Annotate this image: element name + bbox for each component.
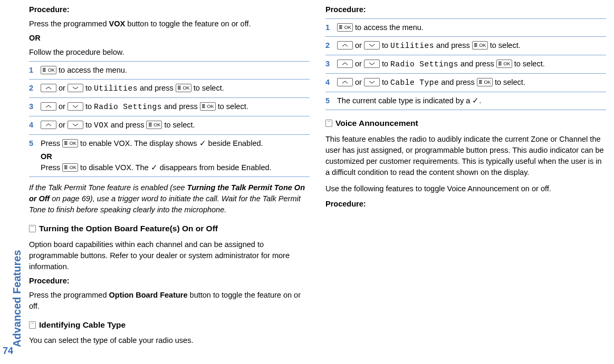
down-key-icon xyxy=(68,102,83,111)
text: and press xyxy=(109,121,147,129)
step-text: to access the menu. xyxy=(56,66,127,74)
menu-target: Radio Settings xyxy=(390,60,458,68)
up-key-icon xyxy=(337,78,353,86)
down-key-icon xyxy=(364,60,380,68)
text: or xyxy=(353,78,364,86)
section-heading-option-board: Turning the Option Board Feature(s) On o… xyxy=(29,223,310,234)
procedure-heading: Procedure: xyxy=(325,4,606,15)
text: to select. xyxy=(493,78,525,86)
book-icon xyxy=(29,321,36,329)
step-1: 1 ≣ OK to access the menu. xyxy=(325,18,606,36)
up-key-icon xyxy=(41,84,56,92)
text: to xyxy=(380,78,390,86)
text: to select. xyxy=(216,102,248,111)
ok-key-icon: ≣ OK xyxy=(496,60,512,68)
text: to disable VOX. The ✓ disappears from be… xyxy=(78,163,272,172)
step-number: 1 xyxy=(325,22,330,33)
step-number: 1 xyxy=(29,65,33,76)
text: Press ≣ OK to disable VOX. The ✓ disappe… xyxy=(41,162,310,173)
text: Press xyxy=(41,163,62,172)
up-key-icon xyxy=(337,60,353,68)
section-body: This feature enables the radio to audibl… xyxy=(325,134,606,178)
text: and press xyxy=(458,60,496,68)
or-label: OR xyxy=(29,33,310,44)
ok-key-icon: ≣ OK xyxy=(176,84,191,92)
or-label: OR xyxy=(41,151,310,162)
text: to xyxy=(380,41,390,50)
step-5: 5 Press ≣ OK to enable VOX. The display … xyxy=(29,134,310,177)
step-2: 2 or to Utilities and press ≣ OK to sele… xyxy=(325,36,606,55)
intro-follow: Follow the procedure below. xyxy=(29,47,310,58)
heading-text: Turning the Option Board Feature(s) On o… xyxy=(39,223,218,234)
text: to enable VOX. The display shows ✓ besid… xyxy=(78,139,263,147)
ok-key-icon: ≣ OK xyxy=(41,66,56,74)
vox-bold: VOX xyxy=(109,19,126,28)
text: to select. xyxy=(191,84,224,92)
step-number: 5 xyxy=(29,138,33,149)
sidebar-label: Advanced Features xyxy=(9,250,25,347)
section-heading-voice-announcement: Voice Announcement xyxy=(325,117,606,129)
section-body: Use the following features to toggle Voi… xyxy=(325,183,606,194)
step-text: The current cable type is indicated by a… xyxy=(337,96,481,105)
sidebar: Advanced Features xyxy=(5,161,21,356)
ok-key-icon: ≣ OK xyxy=(62,163,78,172)
procedure-heading: Procedure: xyxy=(325,199,606,210)
text: to xyxy=(83,102,94,111)
up-key-icon xyxy=(41,102,56,111)
ok-key-icon: ≣ OK xyxy=(337,23,353,32)
text: Press the programmed xyxy=(29,19,109,28)
text: to xyxy=(83,84,94,92)
step-3: 3 or to Radio Settings and press ≣ OK to… xyxy=(325,55,606,73)
procedure-heading: Procedure: xyxy=(29,4,310,15)
intro-text: Press the programmed VOX button to toggl… xyxy=(29,18,310,29)
text: on page 69), use a trigger word to initi… xyxy=(29,194,301,214)
page-content: Procedure: Press the programmed VOX butt… xyxy=(29,4,606,359)
ok-key-icon: ≣ OK xyxy=(477,78,493,86)
menu-target: VOX xyxy=(94,121,109,130)
step-number: 2 xyxy=(29,83,33,94)
up-key-icon xyxy=(41,121,56,129)
ok-key-icon: ≣ OK xyxy=(146,121,162,129)
book-icon xyxy=(29,225,36,232)
heading-text: Voice Announcement xyxy=(335,117,418,129)
menu-target: Utilities xyxy=(390,42,434,50)
text: or xyxy=(56,84,68,92)
text: and press xyxy=(439,78,477,86)
section-body: You can select the type of cable your ra… xyxy=(29,335,310,346)
down-key-icon xyxy=(68,121,83,129)
section-body: Option board capabilities within each ch… xyxy=(29,239,310,272)
steps-list: 1 ≣ OK to access the menu. 2 or to Utili… xyxy=(29,61,310,177)
text: Press xyxy=(41,139,62,147)
step-number: 2 xyxy=(325,40,330,51)
text: Press the programmed xyxy=(29,291,109,299)
step-4: 4 or to VOX and press ≣ OK to select. xyxy=(29,116,310,134)
section-heading-cable-type: Identifying Cable Type xyxy=(29,319,310,331)
down-key-icon xyxy=(364,78,380,86)
note-paragraph: If the Talk Permit Tone feature is enabl… xyxy=(29,182,310,215)
text: and press xyxy=(434,41,472,50)
step-text: to access the menu. xyxy=(353,23,424,32)
step-5: 5 The current cable type is indicated by… xyxy=(325,92,606,110)
steps-list: 1 ≣ OK to access the menu. 2 or to Utili… xyxy=(325,18,606,110)
step-number: 5 xyxy=(325,95,330,106)
ok-key-icon: ≣ OK xyxy=(62,139,78,147)
menu-target: Radio Settings xyxy=(94,103,162,111)
page-number: 74 xyxy=(3,344,13,358)
step-number: 3 xyxy=(29,101,33,112)
text: to select. xyxy=(162,121,195,129)
step-4: 4 or to Cable Type and press ≣ OK to sel… xyxy=(325,73,606,92)
procedure-heading: Procedure: xyxy=(29,276,310,287)
ok-key-icon: ≣ OK xyxy=(200,102,216,111)
text: to select. xyxy=(512,60,545,68)
text: If the Talk Permit Tone feature is enabl… xyxy=(29,183,187,192)
text: to select. xyxy=(488,41,521,50)
text: or xyxy=(56,102,68,111)
step-number: 3 xyxy=(325,58,330,70)
text: or xyxy=(353,60,364,68)
text: and press xyxy=(138,84,176,92)
text: or xyxy=(56,121,68,129)
step-number: 4 xyxy=(29,120,33,131)
text: to xyxy=(83,121,94,129)
down-key-icon xyxy=(364,41,380,50)
intro-text: Press the programmed Option Board Featur… xyxy=(29,290,310,312)
